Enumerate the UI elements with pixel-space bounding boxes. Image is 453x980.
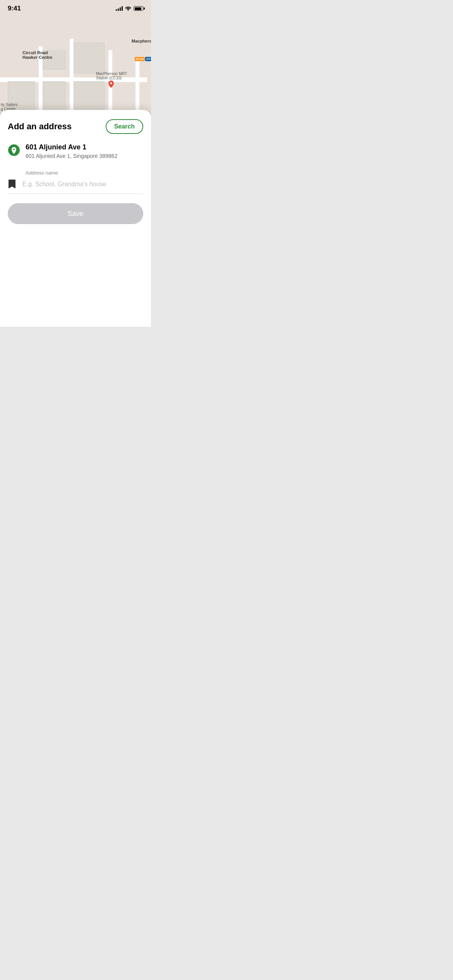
sheet-header: Add an address Search: [8, 119, 143, 134]
address-sub: 601 Aljunied Ave 1, Singapore 389862: [26, 153, 117, 159]
status-icons: [116, 6, 143, 11]
sheet-title: Add an address: [8, 122, 72, 132]
metro-badge: CC10 DT26: [135, 57, 151, 61]
battery-icon: [134, 6, 143, 11]
address-main: 601 Aljunied Ave 1: [26, 143, 117, 151]
bookmark-icon: [8, 179, 17, 190]
address-row: 601 Aljunied Ave 1 601 Aljunied Ave 1, S…: [8, 143, 143, 159]
svg-point-0: [128, 10, 129, 11]
address-name-section: Address name: [8, 170, 143, 194]
map-label-mrt: MacPherson MRTStation (CC10): [96, 72, 127, 80]
address-pin-icon: [8, 144, 20, 156]
map-label-circuit: Circuit RoadHawker Centre: [22, 50, 52, 60]
status-time: 9:41: [8, 5, 21, 12]
status-bar: 9:41: [0, 0, 151, 17]
search-button[interactable]: Search: [106, 119, 143, 134]
address-name-label: Address name: [26, 170, 143, 176]
save-button[interactable]: Save: [8, 203, 143, 224]
address-name-field-row: [8, 179, 143, 194]
map-location-marker: [108, 81, 114, 89]
bottom-sheet: Add an address Search 601 Aljunied Ave 1…: [0, 110, 151, 327]
signal-icon: [116, 6, 123, 11]
metro-dt26: DT26: [145, 57, 151, 61]
map-label-macpherson: Macpherson: [132, 39, 151, 43]
address-name-input[interactable]: [22, 181, 143, 188]
map-background: Circuit RoadHawker Centre MacPherson MRT…: [0, 0, 151, 124]
address-text: 601 Aljunied Ave 1 601 Aljunied Ave 1, S…: [26, 143, 117, 159]
wifi-icon: [125, 6, 131, 11]
metro-cc10: CC10: [135, 57, 145, 61]
